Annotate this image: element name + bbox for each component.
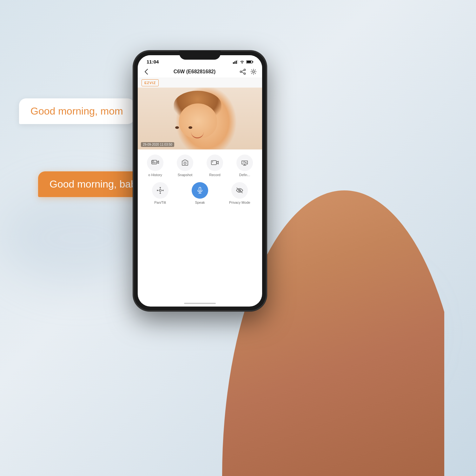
- snapshot-label: Snapshot: [178, 173, 192, 177]
- definition-icon-bg: [236, 155, 253, 171]
- control-definition[interactable]: Defin...: [233, 155, 256, 177]
- child-smile: [191, 132, 204, 138]
- video-history-label: o History: [148, 173, 162, 177]
- control-video-history[interactable]: o History: [144, 155, 167, 177]
- baby-bubble-text: Good morning, baby: [50, 178, 142, 190]
- back-button[interactable]: [143, 68, 150, 75]
- battery-icon: [246, 60, 253, 64]
- svg-point-13: [253, 71, 255, 73]
- record-label: Record: [209, 173, 220, 177]
- controls-area: o History Snapshot: [138, 149, 262, 212]
- ezviz-logo: EZVIZ: [142, 79, 159, 86]
- control-pan-tilt[interactable]: Pan/Tilt: [149, 182, 172, 205]
- share-button[interactable]: [239, 68, 246, 75]
- status-time: 11:04: [147, 59, 159, 64]
- camera-child-view: [138, 88, 262, 149]
- privacy-mode-icon: [236, 187, 243, 194]
- signal-icon: [233, 60, 238, 64]
- svg-point-18: [184, 162, 186, 164]
- home-indicator: [184, 303, 216, 304]
- control-record[interactable]: Record: [203, 155, 226, 177]
- app-header: C6W (E68281682): [138, 66, 262, 78]
- control-snapshot[interactable]: Snapshot: [174, 155, 196, 177]
- pan-tilt-label: Pan/Tilt: [154, 201, 166, 205]
- speak-icon-bg: [192, 182, 208, 199]
- svg-rect-3: [237, 60, 238, 64]
- svg-rect-2: [236, 61, 237, 64]
- svg-line-12: [241, 72, 244, 73]
- speak-icon: [196, 187, 204, 194]
- status-icons: [233, 60, 253, 64]
- svg-point-4: [242, 63, 242, 63]
- phone-screen: 11:04: [138, 55, 262, 307]
- privacy-mode-label: Privacy Mode: [229, 201, 250, 205]
- definition-label: Defin...: [239, 173, 250, 177]
- definition-icon: [241, 160, 248, 166]
- logo-bar: EZVIZ: [138, 78, 262, 88]
- svg-point-23: [159, 189, 161, 191]
- snapshot-icon: [181, 159, 189, 166]
- camera-timestamp: 29-09-2020 11:03:50: [141, 142, 174, 147]
- svg-rect-15: [152, 161, 154, 162]
- camera-feed[interactable]: 29-09-2020 11:03:50: [138, 88, 262, 149]
- svg-line-11: [241, 70, 244, 71]
- record-icon-bg: [207, 155, 223, 171]
- child-face: [179, 103, 217, 138]
- record-icon: [211, 160, 219, 166]
- header-title: C6W (E68281682): [174, 69, 216, 75]
- child-eye-right: [188, 126, 192, 129]
- svg-point-20: [212, 162, 213, 162]
- svg-rect-0: [233, 62, 234, 64]
- header-action-icons: [239, 68, 257, 75]
- child-eye-left: [175, 126, 179, 129]
- svg-rect-6: [247, 61, 251, 63]
- mom-bubble-text: Good morning, mom: [30, 105, 123, 117]
- pan-tilt-icon-bg: [152, 182, 169, 199]
- settings-button[interactable]: [250, 68, 257, 75]
- chat-bubble-mom: Good morning, mom: [19, 98, 135, 124]
- speak-label: Speak: [195, 201, 205, 205]
- scene: Good morning, mom Good morning, baby 11:…: [0, 0, 476, 476]
- wifi-icon: [240, 60, 245, 64]
- svg-rect-24: [199, 187, 201, 191]
- pan-tilt-icon: [156, 187, 164, 194]
- phone-wrapper: 11:04: [133, 51, 267, 311]
- svg-point-8: [244, 69, 245, 71]
- controls-row-2: Pan/Tilt: [140, 182, 260, 205]
- video-history-icon-bg: [147, 155, 163, 171]
- phone-notch: [179, 51, 221, 60]
- video-history-icon: [151, 160, 159, 166]
- control-privacy-mode[interactable]: Privacy Mode: [228, 182, 251, 205]
- svg-rect-7: [253, 61, 254, 63]
- svg-point-9: [240, 71, 241, 73]
- privacy-mode-icon-bg: [231, 182, 248, 199]
- phone-body: 11:04: [133, 51, 267, 311]
- svg-rect-1: [235, 61, 235, 64]
- snapshot-icon-bg: [177, 155, 193, 171]
- svg-point-10: [244, 73, 245, 75]
- svg-rect-19: [211, 161, 216, 165]
- controls-row-1: o History Snapshot: [140, 155, 260, 177]
- control-speak[interactable]: Speak: [188, 182, 211, 205]
